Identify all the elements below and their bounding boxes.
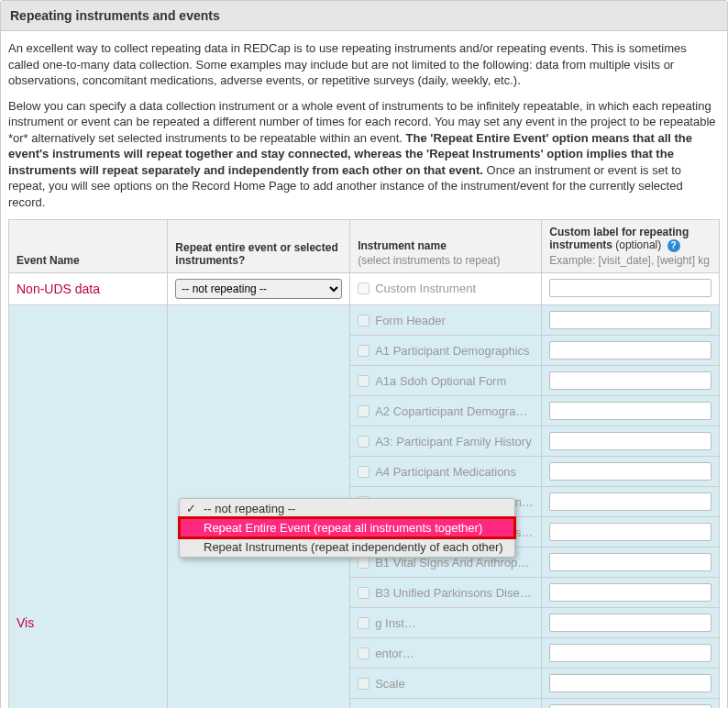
table-row: VisForm Header bbox=[9, 305, 720, 336]
instrument-checkbox[interactable] bbox=[358, 647, 370, 659]
instrument-checkbox[interactable] bbox=[358, 678, 370, 690]
event-name: Non-UDS data bbox=[17, 282, 100, 296]
custom-label-input[interactable] bbox=[549, 553, 711, 571]
custom-label-input[interactable] bbox=[549, 279, 711, 297]
repeating-table: Event Name Repeat entire event or select… bbox=[8, 219, 720, 708]
custom-label-input[interactable] bbox=[549, 674, 711, 692]
instrument-label: A4 Participant Medications bbox=[375, 465, 534, 479]
instrument-checkbox[interactable] bbox=[358, 617, 370, 629]
custom-label-input[interactable] bbox=[549, 341, 711, 360]
instrument-checkbox[interactable] bbox=[358, 375, 370, 387]
custom-label-input[interactable] bbox=[549, 432, 711, 450]
instrument-checkbox[interactable] bbox=[358, 405, 370, 417]
custom-label-input[interactable] bbox=[549, 402, 711, 420]
event-name: Vis bbox=[17, 615, 34, 630]
repeat-dropdown-menu[interactable]: -- not repeating -- Repeat Entire Event … bbox=[179, 498, 515, 558]
col-event: Event Name bbox=[9, 220, 168, 273]
repeat-select[interactable]: -- not repeating -- bbox=[175, 279, 342, 299]
custom-label-input[interactable] bbox=[549, 644, 711, 662]
instrument-label: A2 Coparticipant Demographics bbox=[375, 404, 534, 418]
instrument-label: g Inst… bbox=[375, 616, 534, 630]
custom-label-input[interactable] bbox=[549, 614, 711, 632]
instrument-checkbox[interactable] bbox=[358, 557, 370, 569]
help-icon[interactable]: ? bbox=[667, 239, 680, 252]
custom-label-input[interactable] bbox=[549, 371, 711, 390]
instrument-checkbox[interactable] bbox=[358, 587, 370, 599]
instrument-label: Custom Instrument bbox=[375, 282, 534, 295]
custom-label-input[interactable] bbox=[549, 311, 711, 329]
instrument-label: entor… bbox=[375, 647, 534, 660]
instrument-checkbox[interactable] bbox=[358, 315, 370, 326]
instrument-checkbox[interactable] bbox=[358, 436, 370, 448]
instrument-label: Scale bbox=[375, 677, 534, 691]
custom-label-input[interactable] bbox=[549, 523, 711, 541]
instrument-checkbox[interactable] bbox=[358, 345, 370, 357]
dropdown-opt-not-repeating[interactable]: -- not repeating -- bbox=[180, 499, 514, 518]
table-row: Non-UDS data-- not repeating --Custom In… bbox=[9, 273, 720, 305]
instrument-label: B3 Unified Parkinsons Diseas… bbox=[375, 586, 534, 600]
col-repeat: Repeat entire event or selected instrume… bbox=[168, 220, 350, 273]
custom-label-input[interactable] bbox=[549, 704, 711, 708]
instrument-label: A1a Sdoh Optional Form bbox=[375, 374, 534, 388]
instrument-checkbox[interactable] bbox=[358, 282, 370, 294]
instrument-label: A1 Participant Demographics bbox=[375, 344, 534, 358]
custom-label-input[interactable] bbox=[549, 462, 711, 481]
instrument-label: A3: Participant Family History bbox=[375, 435, 534, 448]
intro-paragraph-2: Below you can specify a data collection … bbox=[8, 98, 720, 211]
col-custom-label: Custom label for repeating instruments (… bbox=[542, 220, 720, 273]
dropdown-opt-repeat-entire-event[interactable]: Repeat Entire Event (repeat all instrume… bbox=[180, 518, 514, 537]
custom-label-input[interactable] bbox=[549, 492, 711, 511]
intro-paragraph-1: An excellent way to collect repeating da… bbox=[8, 40, 720, 89]
instrument-checkbox[interactable] bbox=[358, 466, 370, 478]
instrument-label: Form Header bbox=[375, 314, 534, 327]
instrument-label: B1 Vital Signs And Anthropom… bbox=[375, 556, 534, 570]
custom-label-input[interactable] bbox=[549, 583, 711, 602]
panel-title: Repeating instruments and events bbox=[1, 1, 727, 31]
col-instrument: Instrument name (select instruments to r… bbox=[350, 220, 542, 273]
dropdown-opt-repeat-instruments[interactable]: Repeat Instruments (repeat independently… bbox=[180, 537, 514, 557]
